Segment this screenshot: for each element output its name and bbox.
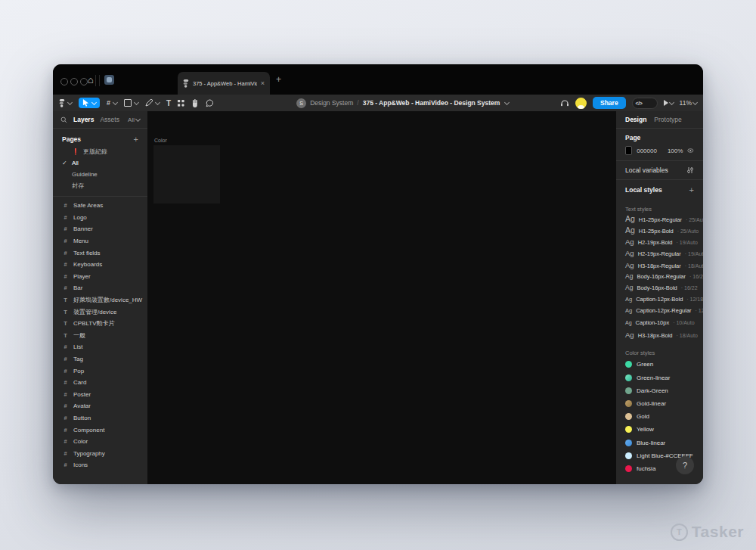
breadcrumb-team[interactable]: Design System — [310, 99, 353, 107]
layer-item[interactable]: T裝置管理/device — [53, 306, 147, 318]
page-color-hex[interactable]: 000000 — [637, 148, 657, 154]
layer-item[interactable]: TCPBLTV動卡片 — [53, 318, 147, 330]
layer-item[interactable]: #Logo — [53, 212, 147, 224]
frame-tool-button[interactable]: # — [107, 99, 117, 107]
layer-item[interactable]: #Safe Areas — [53, 200, 147, 212]
color-style-item[interactable]: Yellow — [616, 423, 703, 436]
text-style-item[interactable]: AgBody-16px-Regular· 16/22 — [616, 272, 703, 284]
page-item[interactable]: Guideline — [53, 169, 147, 180]
move-tool-button[interactable] — [79, 98, 100, 108]
layer-item[interactable]: T一般 — [53, 330, 147, 342]
zoom-menu[interactable]: 11% — [680, 99, 697, 107]
tab-prototype[interactable]: Prototype — [654, 116, 681, 123]
layer-label: Text fields — [73, 250, 101, 256]
text-style-item[interactable]: AgH2-19px-Regular· 19/Auto — [616, 249, 703, 260]
layer-item[interactable]: #Component — [53, 424, 147, 436]
color-style-name: Green — [637, 361, 653, 368]
color-style-item[interactable]: Gold-linear — [616, 397, 703, 410]
layer-item[interactable]: #Avatar — [53, 400, 147, 412]
traffic-light-minimize[interactable] — [70, 78, 78, 85]
traffic-light-close[interactable] — [60, 78, 68, 85]
page-item[interactable]: ✓All — [53, 157, 147, 169]
frame-label[interactable]: Color — [154, 138, 167, 143]
share-button[interactable]: Share — [593, 97, 626, 109]
tab-assets[interactable]: Assets — [100, 116, 119, 123]
variables-icon[interactable] — [686, 166, 694, 174]
text-style-item[interactable]: AgH3-18px-Regular· 18/Auto — [616, 261, 703, 272]
breadcrumb-file-name[interactable]: 375 - App&Web - HamiVideo - Design Syste… — [363, 99, 500, 107]
layer-item[interactable]: #Keyboards — [53, 259, 147, 271]
audio-headphones-icon[interactable] — [560, 99, 569, 107]
page-item[interactable]: ❗更版紀錄 — [53, 146, 147, 157]
inspector-tabs: Design Prototype — [616, 111, 703, 129]
layer-item[interactable]: #Tag — [53, 353, 147, 365]
frame-icon: # — [62, 356, 69, 362]
present-button[interactable] — [664, 100, 674, 106]
add-style-button[interactable]: + — [689, 185, 694, 194]
eye-icon[interactable] — [687, 148, 694, 154]
tab-close-icon[interactable]: × — [261, 79, 265, 87]
layer-item[interactable]: #Poster — [53, 389, 147, 401]
pen-tool-button[interactable] — [145, 99, 160, 107]
layer-item[interactable]: #Color — [53, 436, 147, 448]
actions-tool-button[interactable] — [178, 100, 184, 107]
text-style-item[interactable]: AgCaption-12px-Regular· 12/18 — [616, 307, 703, 319]
text-style-item[interactable]: AgH1-25px-Regular· 25/Auto — [616, 214, 703, 225]
color-style-item[interactable]: Blue-linear — [616, 436, 703, 449]
page-item[interactable]: 封存 — [53, 180, 147, 191]
main-menu-button[interactable] — [59, 99, 72, 107]
file-browser-tab-icon[interactable] — [104, 75, 114, 85]
home-icon[interactable]: ⌂ — [88, 73, 94, 86]
canvas[interactable]: Color — [147, 111, 616, 484]
text-style-item[interactable]: AgH1-25px-Bold· 25/Auto — [616, 225, 703, 237]
help-button[interactable]: ? — [676, 456, 694, 474]
layer-item[interactable]: #Menu — [53, 235, 147, 247]
team-avatar[interactable]: S — [296, 98, 306, 108]
layer-item[interactable]: #Typography — [53, 447, 147, 459]
tab-design[interactable]: Design — [625, 116, 646, 123]
color-style-item[interactable]: Green-linear — [616, 371, 703, 384]
tasker-logo-icon: T — [671, 524, 688, 541]
layers-filter-dropdown[interactable]: All — [128, 117, 140, 123]
layer-item[interactable]: #Card — [53, 377, 147, 389]
layer-item[interactable]: #Banner — [53, 223, 147, 235]
layer-item[interactable]: #Player — [53, 271, 147, 283]
color-style-item[interactable]: Gold — [616, 410, 703, 423]
new-tab-button[interactable]: + — [276, 74, 281, 85]
layer-item[interactable]: #Pop — [53, 365, 147, 377]
shape-tool-button[interactable] — [124, 99, 138, 107]
layer-item[interactable]: #Bar — [53, 282, 147, 294]
frame-icon: # — [62, 238, 69, 244]
breadcrumb: S Design System / 375 - App&Web - HamiVi… — [296, 98, 509, 108]
text-style-item[interactable]: AgCaption-10px· 10/Auto — [616, 319, 703, 331]
tab-layers[interactable]: Layers — [73, 116, 94, 123]
chevron-down-icon[interactable] — [504, 99, 510, 104]
local-variables-section[interactable]: Local variables — [616, 161, 703, 180]
comment-tool-button[interactable] — [206, 99, 214, 107]
add-page-button[interactable]: + — [134, 135, 138, 144]
search-icon[interactable] — [60, 117, 67, 123]
canvas-frame-color[interactable]: Color — [153, 145, 220, 204]
style-preview: Ag — [625, 284, 633, 291]
zoom-level: 11% — [680, 99, 692, 107]
layer-item[interactable]: #List — [53, 341, 147, 353]
layer-item[interactable]: #Text fields — [53, 247, 147, 259]
text-tool-button[interactable]: T — [166, 99, 171, 107]
dev-mode-toggle[interactable]: </> — [632, 98, 658, 109]
text-style-item[interactable]: AgCaption-12px-Bold· 12/18 — [616, 296, 703, 307]
page-color-swatch[interactable] — [625, 146, 632, 155]
text-style-item[interactable]: AgBody-16px-Bold· 16/22 — [616, 284, 703, 295]
active-file-tab[interactable]: 375 - App&Web - HamiVideo - Des × — [178, 72, 270, 95]
page-color-opacity[interactable]: 100% — [668, 148, 683, 154]
layer-item[interactable]: #Icons — [53, 459, 147, 471]
user-avatar[interactable] — [575, 98, 587, 109]
color-style-item[interactable]: Dark-Green — [616, 384, 703, 397]
layer-item[interactable]: T好萊塢裝置數/device_HW — [53, 294, 147, 306]
text-style-item[interactable]: AgH2-19px-Bold· 19/Auto — [616, 238, 703, 249]
hand-tool-button[interactable] — [191, 99, 199, 107]
page-label: 封存 — [72, 182, 84, 190]
color-style-item[interactable]: Green — [616, 358, 703, 371]
text-style-item[interactable]: AgH3-18px-Bold· 18/Auto — [616, 331, 703, 342]
traffic-light-zoom[interactable] — [80, 78, 88, 85]
layer-item[interactable]: #Button — [53, 412, 147, 424]
